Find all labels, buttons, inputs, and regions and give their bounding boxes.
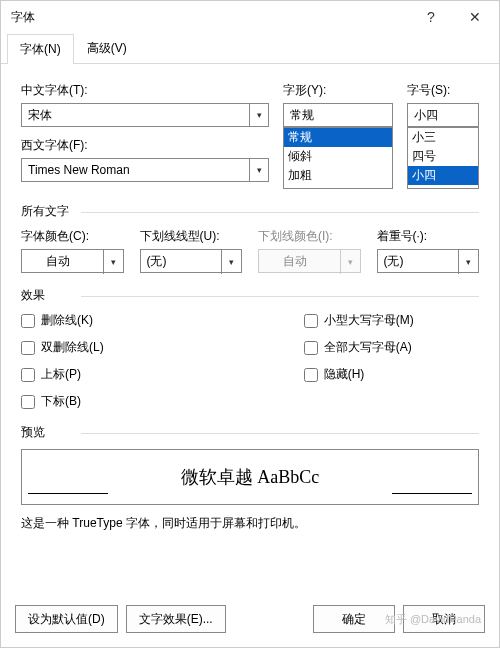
label-underline-style: 下划线线型(U):	[140, 228, 243, 245]
label-style: 字形(Y):	[283, 82, 393, 99]
underline-style-dropdown[interactable]: (无)▾	[140, 249, 243, 273]
checkbox-dblstrike[interactable]: 双删除线(L)	[21, 339, 104, 356]
font-hint: 这是一种 TrueType 字体，同时适用于屏幕和打印机。	[21, 515, 479, 532]
chevron-down-icon: ▾	[340, 250, 360, 274]
cancel-button[interactable]: 取消	[403, 605, 485, 633]
label-chinese-font: 中文字体(T):	[21, 82, 269, 99]
label-font-color: 字体颜色(C):	[21, 228, 124, 245]
label-western-font: 西文字体(F):	[21, 137, 269, 154]
size-listbox[interactable]: 小三 四号 小四	[407, 127, 479, 189]
chevron-down-icon[interactable]: ▾	[249, 103, 269, 127]
chevron-down-icon[interactable]: ▾	[221, 250, 241, 274]
size-option[interactable]: 四号	[408, 147, 478, 166]
checkbox-hidden[interactable]: 隐藏(H)	[304, 366, 414, 383]
checkbox-strike[interactable]: 删除线(K)	[21, 312, 104, 329]
checkbox-input[interactable]	[304, 368, 318, 382]
chinese-font-combo[interactable]: ▾	[21, 103, 269, 127]
style-listbox[interactable]: 常规 倾斜 加粗	[283, 127, 393, 189]
size-option[interactable]: 小四	[408, 166, 478, 185]
set-default-button[interactable]: 设为默认值(D)	[15, 605, 118, 633]
style-input[interactable]	[283, 103, 393, 127]
section-effects: 效果	[21, 287, 479, 304]
tab-font[interactable]: 字体(N)	[7, 34, 74, 64]
checkbox-allcaps[interactable]: 全部大写字母(A)	[304, 339, 414, 356]
checkbox-superscript[interactable]: 上标(P)	[21, 366, 104, 383]
emphasis-dropdown[interactable]: (无)▾	[377, 249, 480, 273]
chevron-down-icon[interactable]: ▾	[458, 250, 478, 274]
size-input-wrap[interactable]	[407, 103, 479, 127]
ok-button[interactable]: 确定	[313, 605, 395, 633]
label-underline-color: 下划线颜色(I):	[258, 228, 361, 245]
size-input[interactable]	[407, 103, 479, 127]
text-effects-button[interactable]: 文字效果(E)...	[126, 605, 226, 633]
style-option[interactable]: 常规	[284, 128, 392, 147]
underline-color-dropdown: 自动▾	[258, 249, 361, 273]
checkbox-smallcaps[interactable]: 小型大写字母(M)	[304, 312, 414, 329]
section-preview: 预览	[21, 424, 479, 441]
tab-strip: 字体(N) 高级(V)	[1, 33, 499, 64]
checkbox-subscript[interactable]: 下标(B)	[21, 393, 104, 410]
checkbox-input[interactable]	[304, 314, 318, 328]
size-option[interactable]: 小三	[408, 128, 478, 147]
help-button[interactable]: ?	[409, 2, 453, 32]
checkbox-input[interactable]	[21, 341, 35, 355]
label-size: 字号(S):	[407, 82, 479, 99]
preview-text: 微软卓越 AaBbCc	[181, 465, 320, 489]
titlebar: 字体 ? ✕	[1, 1, 499, 33]
checkbox-input[interactable]	[21, 368, 35, 382]
chevron-down-icon[interactable]: ▾	[103, 250, 123, 274]
dialog-footer: 设为默认值(D) 文字效果(E)... 确定 取消 知乎 @DavidPanda	[1, 595, 499, 647]
checkbox-input[interactable]	[304, 341, 318, 355]
style-option[interactable]: 倾斜	[284, 147, 392, 166]
font-color-dropdown[interactable]: 自动▾	[21, 249, 124, 273]
close-button[interactable]: ✕	[453, 2, 497, 32]
window-title: 字体	[11, 9, 409, 26]
font-dialog: 字体 ? ✕ 字体(N) 高级(V) 中文字体(T): ▾ 西文字体(F): ▾…	[0, 0, 500, 648]
section-all-text: 所有文字	[21, 203, 479, 220]
tab-advanced[interactable]: 高级(V)	[74, 33, 140, 63]
western-font-combo[interactable]: ▾	[21, 158, 269, 182]
style-input-wrap[interactable]	[283, 103, 393, 127]
label-emphasis: 着重号(·):	[377, 228, 480, 245]
checkbox-input[interactable]	[21, 314, 35, 328]
chinese-font-input[interactable]	[21, 103, 269, 127]
western-font-input[interactable]	[21, 158, 269, 182]
checkbox-input[interactable]	[21, 395, 35, 409]
chevron-down-icon[interactable]: ▾	[249, 158, 269, 182]
style-option[interactable]: 加粗	[284, 166, 392, 185]
preview-box: 微软卓越 AaBbCc	[21, 449, 479, 505]
